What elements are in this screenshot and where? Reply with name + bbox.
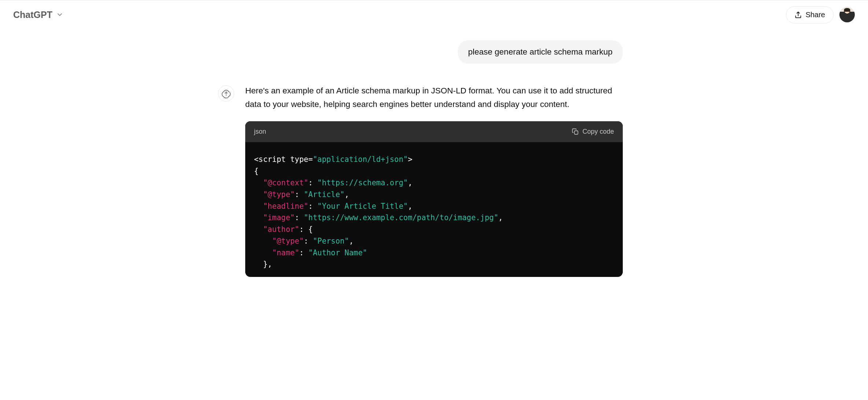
- code-token: [254, 178, 263, 187]
- user-message-text: please generate article schema markup: [468, 47, 613, 56]
- code-token: "application/ld+json": [313, 155, 408, 164]
- code-token: [254, 248, 272, 257]
- code-token: :: [295, 190, 304, 199]
- code-body[interactable]: <script type="application/ld+json"> { "@…: [245, 142, 623, 277]
- code-token: "image": [263, 213, 295, 222]
- code-token: {: [254, 167, 258, 175]
- code-token: >: [408, 155, 412, 164]
- code-token: ,: [408, 202, 412, 211]
- code-token: ,: [408, 178, 412, 187]
- code-token: [254, 225, 263, 234]
- svg-rect-1: [574, 131, 578, 134]
- code-token: :: [308, 202, 317, 211]
- code-token: [254, 237, 272, 245]
- code-token: "@context": [263, 178, 308, 187]
- code-token: "name": [272, 248, 299, 257]
- copy-code-label: Copy code: [582, 128, 614, 136]
- assistant-message-row: Here's an example of an Article schema m…: [245, 84, 623, 277]
- code-token: "Author Name": [308, 248, 367, 257]
- code-token: },: [254, 260, 272, 268]
- code-token: "https://www.example.com/path/to/image.j…: [304, 213, 499, 222]
- chat-thread: please generate article schema markup He…: [245, 29, 623, 277]
- code-block: json Copy code <script type="application…: [245, 121, 623, 277]
- code-language-label: json: [254, 126, 266, 137]
- model-name-label: ChatGPT: [13, 10, 52, 20]
- copy-icon: [572, 128, 579, 135]
- code-token: "headline": [263, 202, 308, 211]
- code-token: [254, 190, 263, 199]
- code-token: [254, 213, 263, 222]
- code-token: :: [308, 178, 317, 187]
- code-token: <script type=: [254, 155, 313, 164]
- user-message-row: please generate article schema markup: [245, 40, 623, 64]
- user-message-bubble: please generate article schema markup: [458, 40, 623, 64]
- share-icon: [794, 11, 802, 19]
- copy-code-button[interactable]: Copy code: [572, 128, 614, 136]
- share-label: Share: [806, 11, 825, 19]
- header-right-group: Share: [786, 6, 855, 23]
- code-token: "author": [263, 225, 299, 234]
- model-switcher[interactable]: ChatGPT: [13, 10, 63, 20]
- code-token: :: [299, 248, 308, 257]
- code-token: "https://schema.org": [317, 178, 408, 187]
- openai-logo-icon: [221, 89, 231, 98]
- assistant-avatar: [218, 85, 234, 101]
- code-token: "Article": [304, 190, 345, 199]
- code-token: ,: [349, 237, 353, 245]
- assistant-content: Here's an example of an Article schema m…: [245, 84, 623, 277]
- app-header: ChatGPT Share: [0, 0, 868, 29]
- user-avatar[interactable]: [839, 7, 855, 22]
- code-token: :: [295, 213, 304, 222]
- code-token: ,: [499, 213, 503, 222]
- code-token: ,: [345, 190, 349, 199]
- assistant-intro-text: Here's an example of an Article schema m…: [245, 84, 623, 111]
- code-token: "@type": [263, 190, 295, 199]
- code-token: : {: [299, 225, 313, 234]
- share-button[interactable]: Share: [786, 6, 834, 23]
- code-token: "Your Article Title": [317, 202, 408, 211]
- code-token: "Person": [313, 237, 349, 245]
- chevron-down-icon: [56, 11, 63, 18]
- code-token: "@type": [272, 237, 304, 245]
- code-token: [254, 202, 263, 211]
- code-token: :: [304, 237, 313, 245]
- top-divider: [0, 0, 868, 0]
- code-block-header: json Copy code: [245, 121, 623, 142]
